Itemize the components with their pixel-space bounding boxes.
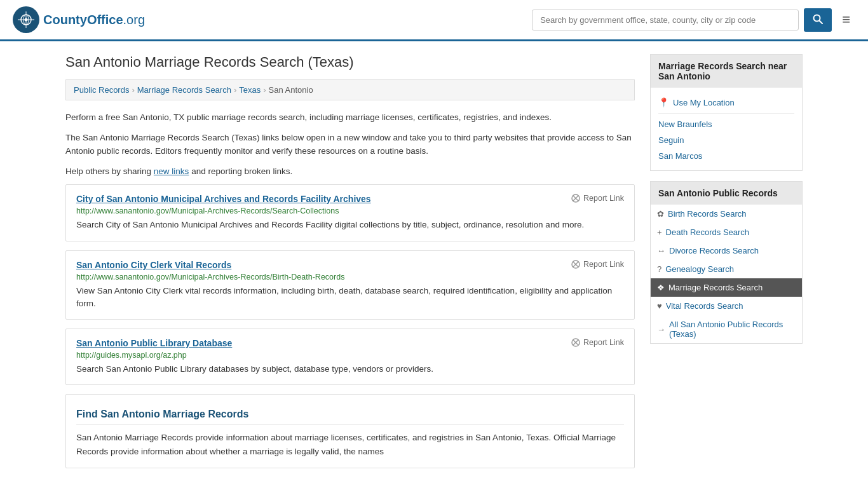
sidebar-link-label-6: All San Antonio Public Records (Texas): [669, 320, 796, 339]
sidebar-links: ✿ Birth Records Search + Death Records S…: [651, 205, 802, 343]
sidebar-link-3[interactable]: ? Genealogy Search: [651, 260, 802, 278]
heart-icon: ♥: [657, 301, 662, 311]
result-title-1[interactable]: San Antonio City Clerk Vital Records: [76, 260, 231, 270]
sidebar-link-label-5: Vital Records Search: [666, 301, 743, 311]
search-button[interactable]: [804, 8, 832, 32]
result-title-2[interactable]: San Antonio Public Library Database: [76, 338, 232, 348]
arrow-icon: →: [657, 325, 665, 334]
result-header-1: San Antonio City Clerk Vital Records Rep…: [76, 260, 624, 270]
result-url-0: http://www.sanantonio.gov/Municipal-Arch…: [76, 207, 624, 215]
search-input[interactable]: [532, 10, 799, 30]
result-card-2: San Antonio Public Library Database Repo…: [65, 329, 635, 385]
svg-line-7: [820, 20, 823, 24]
logo-text: CountyOffice.org: [43, 13, 145, 27]
find-section-desc: San Antonio Marriage Records provide inf…: [76, 431, 624, 458]
result-header-0: City of San Antonio Municipal Archives a…: [76, 194, 624, 204]
content-area: San Antonio Marriage Records Search (Tex…: [65, 54, 635, 477]
intro-text-3: Help others by sharing new links and rep…: [65, 165, 635, 179]
use-location-label: Use My Location: [673, 98, 735, 107]
sidebar-link-2[interactable]: ↔ Divorce Records Search: [651, 241, 802, 260]
menu-button[interactable]: ≡: [837, 9, 855, 30]
result-card-0: City of San Antonio Municipal Archives a…: [65, 184, 635, 241]
nearby-city-new-braunfels[interactable]: New Braunfels: [658, 116, 794, 132]
location-pin-icon: 📍: [658, 97, 669, 107]
plus-icon: +: [657, 227, 662, 237]
logo-icon: [13, 6, 39, 33]
report-link-btn-0[interactable]: Report Link: [571, 194, 624, 203]
find-section-heading: Find San Antonio Marriage Records: [76, 409, 624, 424]
breadcrumb-link-texas[interactable]: Texas: [239, 85, 261, 95]
result-url-2: http://guides.mysapl.org/az.php: [76, 351, 624, 360]
sidebar-link-label-4: Marriage Records Search: [668, 283, 763, 292]
intro-text-1: Perform a free San Antonio, TX public ma…: [65, 111, 635, 125]
breadcrumb-sep-3: ›: [263, 85, 266, 95]
result-desc-2: Search San Antonio Public Library databa…: [76, 363, 624, 376]
city-label-2: San Marcos: [658, 151, 702, 161]
city-label-1: Seguin: [658, 135, 684, 145]
report-link-btn-2[interactable]: Report Link: [571, 338, 624, 347]
nearby-city-san-marcos[interactable]: San Marcos: [658, 148, 794, 164]
sidebar-link-label-3: Genealogy Search: [665, 264, 734, 274]
sidebar-link-label-1: Death Records Search: [666, 227, 750, 237]
main-container: San Antonio Marriage Records Search (Tex…: [53, 41, 815, 488]
result-cards: City of San Antonio Municipal Archives a…: [65, 184, 635, 385]
sidebar-public-records-title: San Antonio Public Records: [651, 182, 802, 205]
sprout-icon: ✿: [657, 209, 664, 219]
sidebar-link-5[interactable]: ♥ Vital Records Search: [651, 297, 802, 315]
search-area: ≡: [532, 8, 855, 32]
result-desc-0: Search City of San Antonio Municipal Arc…: [76, 219, 624, 231]
result-card-1: San Antonio City Clerk Vital Records Rep…: [65, 250, 635, 320]
gear-icon: ❖: [657, 283, 665, 292]
breadcrumb-link-public-records[interactable]: Public Records: [74, 85, 129, 95]
sidebar-link-0[interactable]: ✿ Birth Records Search: [651, 205, 802, 223]
header: CountyOffice.org ≡: [0, 0, 868, 41]
nearby-city-seguin[interactable]: Seguin: [658, 132, 794, 148]
page-title: San Antonio Marriage Records Search (Tex…: [65, 54, 635, 71]
sidebar-nearby-section: Marriage Records Search near San Antonio…: [650, 54, 803, 171]
sidebar-link-1[interactable]: + Death Records Search: [651, 223, 802, 241]
sidebar-link-4[interactable]: ❖ Marriage Records Search: [651, 278, 802, 297]
city-label-0: New Braunfels: [658, 119, 712, 129]
new-links-link[interactable]: new links: [154, 166, 189, 176]
breadcrumb-current: San Antonio: [269, 85, 313, 95]
sidebar-link-label-2: Divorce Records Search: [669, 246, 759, 255]
result-title-0[interactable]: City of San Antonio Municipal Archives a…: [76, 194, 371, 204]
sidebar: Marriage Records Search near San Antonio…: [650, 54, 803, 477]
sidebar-link-label-0: Birth Records Search: [668, 209, 747, 219]
breadcrumb-sep-2: ›: [234, 85, 236, 95]
intro-text-2: The San Antonio Marriage Records Search …: [65, 131, 635, 158]
use-my-location-link[interactable]: 📍 Use My Location: [658, 94, 794, 111]
sidebar-public-records-section: San Antonio Public Records ✿ Birth Recor…: [650, 181, 803, 344]
sidebar-link-6[interactable]: → All San Antonio Public Records (Texas): [651, 315, 802, 343]
result-desc-1: View San Antonio City Clerk vital record…: [76, 285, 624, 311]
breadcrumb-link-marriage-records[interactable]: Marriage Records Search: [137, 85, 231, 95]
breadcrumb: Public Records › Marriage Records Search…: [65, 79, 635, 100]
logo-area: CountyOffice.org: [13, 6, 145, 33]
find-section: Find San Antonio Marriage Records San An…: [65, 394, 635, 468]
breadcrumb-sep-1: ›: [132, 85, 134, 95]
sidebar-nearby-title: Marriage Records Search near San Antonio: [651, 55, 802, 88]
arrows-icon: ↔: [657, 246, 665, 255]
sidebar-nearby-body: 📍 Use My Location New Braunfels Seguin S…: [651, 88, 802, 170]
result-header-2: San Antonio Public Library Database Repo…: [76, 338, 624, 348]
question-icon: ?: [657, 264, 661, 274]
report-link-btn-1[interactable]: Report Link: [571, 260, 624, 269]
svg-point-5: [25, 18, 28, 22]
result-url-1: http://www.sanantonio.gov/Municipal-Arch…: [76, 273, 624, 281]
